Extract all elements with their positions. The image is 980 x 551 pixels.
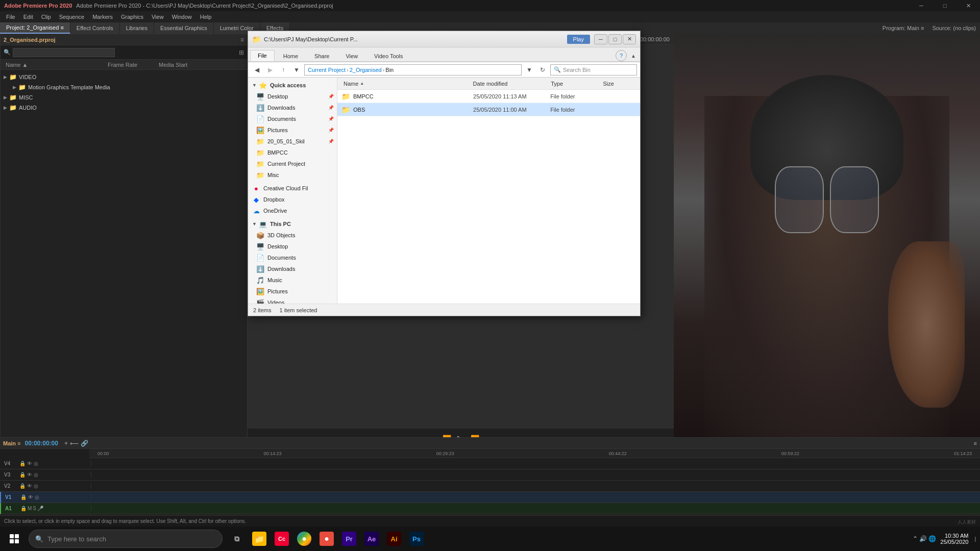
track-eye-v3[interactable]: 👁	[27, 472, 32, 478]
track-eye-v4[interactable]: 👁	[27, 461, 32, 466]
menu-view[interactable]: View	[148, 13, 168, 21]
taskbar-premiere[interactable]: Pr	[339, 529, 359, 549]
breadcrumb-bin[interactable]: Bin	[385, 67, 394, 73]
track-lock-v2[interactable]: 🔒	[19, 483, 26, 489]
breadcrumb-2organised[interactable]: 2_Organised	[350, 67, 382, 73]
linked-selection-icon[interactable]: 🔗	[81, 440, 88, 447]
ribbon-tab-videotools[interactable]: Video Tools	[366, 51, 410, 61]
dialog-minimize-button[interactable]: ─	[594, 34, 607, 44]
ribbon-expand-button[interactable]: ▲	[629, 53, 638, 59]
start-button[interactable]	[4, 529, 24, 549]
track-sync-v2[interactable]: ◎	[34, 483, 38, 489]
track-sync-v4[interactable]: ◎	[34, 461, 38, 466]
col-name-header[interactable]: Name ▲	[341, 81, 471, 87]
file-list-empty-area[interactable]	[337, 116, 640, 304]
address-bar-dropdown[interactable]: ▼	[524, 64, 535, 76]
menu-edit[interactable]: Edit	[19, 13, 37, 21]
play-button[interactable]: Play	[567, 35, 590, 44]
taskbar-after-effects[interactable]: Ae	[361, 529, 382, 549]
menu-graphics[interactable]: Graphics	[117, 13, 148, 21]
taskbar-task-view[interactable]: ⧉	[227, 529, 247, 549]
minimize-button[interactable]: ─	[910, 0, 933, 11]
nav-item-downloads[interactable]: ⬇️ Downloads 📌	[248, 102, 337, 113]
nav-item-music[interactable]: 🎵 Music	[248, 274, 337, 286]
menu-sequence[interactable]: Sequence	[55, 13, 89, 21]
taskbar-firefox[interactable]: ●	[316, 529, 337, 549]
ribbon-tab-share[interactable]: Share	[307, 51, 337, 61]
tab-project[interactable]: Project: 2_Organised ≡	[0, 22, 70, 34]
back-button[interactable]: ◀	[251, 64, 262, 76]
taskbar-chrome[interactable]: ●	[294, 529, 314, 549]
forward-button[interactable]: ▶	[264, 64, 276, 76]
track-voice-a1[interactable]: 🎤	[37, 506, 43, 511]
nav-item-documents[interactable]: 📄 Documents 📌	[248, 113, 337, 124]
menu-file[interactable]: File	[2, 13, 19, 21]
maximize-button[interactable]: □	[933, 0, 957, 11]
menu-markers[interactable]: Markers	[88, 13, 117, 21]
tree-item-audio[interactable]: ▶ 📁 AUDIO	[1, 103, 247, 113]
tree-item-mgtm[interactable]: ▶ 📁 Motion Graphics Template Media	[1, 82, 247, 92]
show-desktop-button[interactable]: |	[974, 536, 976, 542]
program-monitor-tab[interactable]: Program: Main ≡	[883, 25, 924, 31]
nav-item-dropbox[interactable]: ◆ Dropbox	[248, 194, 337, 205]
taskbar-file-explorer[interactable]: 📁	[249, 529, 270, 549]
nav-item-bmpcc[interactable]: 📁 BMPCC	[248, 147, 337, 158]
help-button[interactable]: ?	[616, 50, 627, 61]
project-panel-menu[interactable]: ≡	[240, 36, 244, 43]
nav-item-downloads-thispc[interactable]: ⬇️ Downloads	[248, 263, 337, 274]
menu-clip[interactable]: Clip	[37, 13, 55, 21]
address-path-display[interactable]: Current Project › 2_Organised › Bin	[304, 64, 522, 76]
timeline-settings-icon[interactable]: ≡	[974, 440, 977, 446]
nav-item-onedrive[interactable]: ☁ OneDrive	[248, 205, 337, 216]
nav-item-pictures[interactable]: 🖼️ Pictures 📌	[248, 124, 337, 136]
menu-window[interactable]: Window	[168, 13, 196, 21]
menu-help[interactable]: Help	[196, 13, 216, 21]
breadcrumb-current-project[interactable]: Current Project	[308, 67, 346, 73]
system-tray[interactable]: ⌃ 🔊 🌐	[913, 535, 937, 542]
taskbar-photoshop[interactable]: Ps	[406, 529, 427, 549]
track-lock-v4[interactable]: 🔒	[19, 461, 26, 466]
track-lock-v3[interactable]: 🔒	[19, 472, 26, 478]
nav-item-pictures-thispc[interactable]: 🖼️ Pictures	[248, 286, 337, 297]
col-date-header[interactable]: Date modified	[471, 81, 549, 87]
nav-item-videos[interactable]: 🎬 Videos	[248, 297, 337, 304]
track-lock-v1[interactable]: 🔒	[20, 494, 27, 500]
dialog-close-button[interactable]: ✕	[623, 34, 636, 44]
taskbar-creative-cloud[interactable]: Cc	[272, 529, 292, 549]
ribbon-tab-view[interactable]: View	[338, 51, 365, 61]
nav-item-documents-thispc[interactable]: 📄 Documents	[248, 252, 337, 263]
nav-item-desktop-thispc[interactable]: 🖥️ Desktop	[248, 241, 337, 252]
file-row-obs[interactable]: 📁 OBS 25/05/2020 11:00 AM File folder	[337, 103, 640, 116]
ribbon-tab-file[interactable]: File	[250, 50, 275, 61]
nav-item-current-project[interactable]: 📁 Current Project	[248, 158, 337, 169]
dialog-maximize-button[interactable]: □	[608, 34, 622, 44]
col-type-header[interactable]: Type	[549, 81, 601, 87]
close-button[interactable]: ✕	[957, 0, 980, 11]
taskbar-search-bar[interactable]: 🔍 Type here to search	[29, 530, 223, 548]
nav-item-20-05-skil[interactable]: 📁 20_05_01_Skil 📌	[248, 136, 337, 147]
tree-item-video[interactable]: ▶ 📁 VIDEO	[1, 72, 247, 82]
source-monitor-tab[interactable]: Source: (no clips)	[932, 25, 976, 31]
refresh-button[interactable]: ↻	[537, 64, 548, 76]
snap-icon[interactable]: ⟵	[70, 440, 79, 447]
tab-essential-graphics[interactable]: Essential Graphics	[154, 22, 214, 34]
tab-libraries[interactable]: Libraries	[120, 22, 154, 34]
tab-effect-controls[interactable]: Effect Controls	[70, 22, 120, 34]
track-sync-v3[interactable]: ◎	[34, 472, 38, 478]
quick-access-header[interactable]: ▼ ⭐ Quick access	[248, 80, 337, 91]
add-track-icon[interactable]: +	[64, 440, 68, 447]
track-mute-a1[interactable]: M	[28, 506, 32, 511]
nav-item-desktop[interactable]: 🖥️ Desktop 📌	[248, 91, 337, 102]
track-eye-v2[interactable]: 👁	[27, 483, 32, 489]
nav-item-3d-objects[interactable]: 📦 3D Objects	[248, 230, 337, 241]
this-pc-header[interactable]: ▼ 💻 This PC	[248, 218, 337, 230]
col-size-header[interactable]: Size	[601, 81, 636, 87]
col-header-framerate[interactable]: Frame Rate	[106, 62, 157, 68]
project-search-input[interactable]	[13, 48, 115, 57]
ribbon-tab-home[interactable]: Home	[276, 51, 306, 61]
up-button[interactable]: ↑	[278, 64, 289, 76]
track-solo-a1[interactable]: S	[33, 506, 36, 511]
file-row-bmpcc[interactable]: 📁 BMPCC 25/05/2020 11:13 AM File folder	[337, 90, 640, 103]
nav-item-creative-cloud[interactable]: ● Creative Cloud Fil	[248, 183, 337, 194]
col-header-mediastart[interactable]: Media Start	[157, 62, 218, 68]
